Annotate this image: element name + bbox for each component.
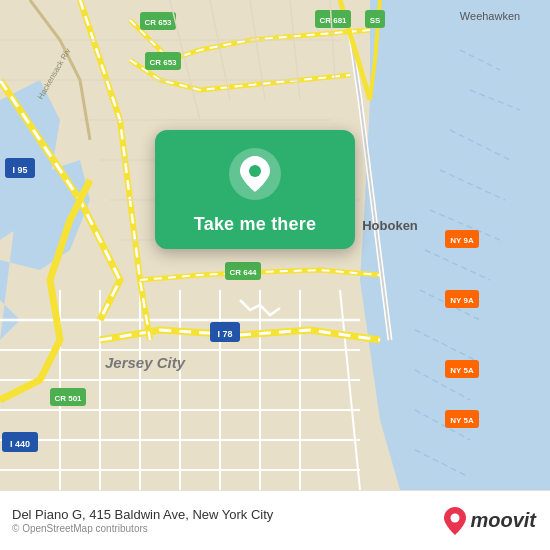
svg-text:NY 5A: NY 5A <box>450 366 474 375</box>
location-icon-circle <box>229 148 281 200</box>
svg-text:Weehawken: Weehawken <box>460 10 520 22</box>
svg-text:CR 653: CR 653 <box>144 18 172 27</box>
svg-text:NY 5A: NY 5A <box>450 416 474 425</box>
svg-text:NY 9A: NY 9A <box>450 296 474 305</box>
svg-text:I 440: I 440 <box>10 439 30 449</box>
svg-text:Jersey City: Jersey City <box>105 354 186 371</box>
moovit-logo: moovit <box>444 507 536 535</box>
svg-text:NY 9A: NY 9A <box>450 236 474 245</box>
svg-text:CR 653: CR 653 <box>149 58 177 67</box>
svg-text:Hoboken: Hoboken <box>362 218 418 233</box>
bottom-bar: Del Piano G, 415 Baldwin Ave, New York C… <box>0 490 550 550</box>
svg-text:CR 644: CR 644 <box>229 268 257 277</box>
take-me-label: Take me there <box>194 214 316 235</box>
svg-text:CR 501: CR 501 <box>54 394 82 403</box>
take-me-there-button[interactable]: Take me there <box>155 130 355 249</box>
location-name: Del Piano G, 415 Baldwin Ave, New York C… <box>12 507 273 522</box>
svg-point-71 <box>451 513 460 522</box>
moovit-pin-icon <box>444 507 466 535</box>
svg-text:SS: SS <box>370 16 381 25</box>
osm-credit: © OpenStreetMap contributors <box>12 523 273 534</box>
moovit-text: moovit <box>470 509 536 532</box>
svg-text:I 95: I 95 <box>12 165 27 175</box>
svg-text:I 78: I 78 <box>217 329 232 339</box>
svg-point-70 <box>249 165 261 177</box>
svg-text:CR 681: CR 681 <box>319 16 347 25</box>
location-pin-icon <box>240 156 270 192</box>
bottom-left: Del Piano G, 415 Baldwin Ave, New York C… <box>12 507 273 534</box>
